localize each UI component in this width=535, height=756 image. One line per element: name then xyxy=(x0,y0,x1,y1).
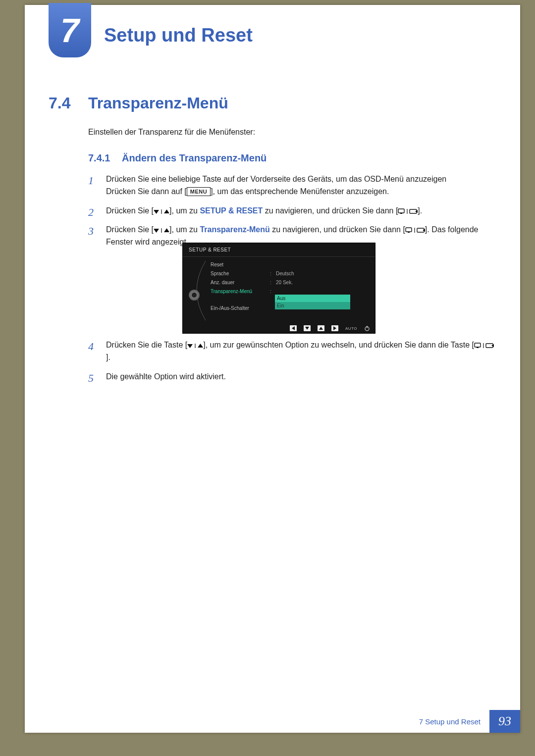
step-4-mid: ], um zur gewünschten Option zu wechseln… xyxy=(203,341,474,349)
osd-list: Reset Sprache : Deutsch Anz. dauer : 20 … xyxy=(209,257,375,322)
osd-option-selected: Aus xyxy=(275,295,350,302)
osd-down-icon xyxy=(304,325,311,331)
step-2-target: SETUP & RESET xyxy=(200,206,263,215)
osd-option: Ein xyxy=(275,302,350,309)
osd-screenshot: SETUP & RESET Reset Sprache : Deutsch An… xyxy=(182,243,375,334)
osd-label: Reset xyxy=(211,262,270,267)
section-heading: 7.4 Transparenz-Menü xyxy=(49,94,228,112)
osd-value: 20 Sek. xyxy=(276,280,293,285)
svg-marker-17 xyxy=(305,327,309,330)
page: 7 Setup und Reset 7.4 Transparenz-Menü E… xyxy=(25,5,520,733)
subsection-title: Ändern des Transparenz-Menü xyxy=(122,152,267,163)
chapter-title: Setup und Reset xyxy=(104,25,253,46)
step-2-pre: Drücken Sie [ xyxy=(106,206,154,215)
svg-marker-19 xyxy=(333,326,336,330)
svg-marker-10 xyxy=(164,228,169,232)
step-3-mid: ], um zu xyxy=(169,225,200,234)
down-up-arrow-icon xyxy=(154,209,169,214)
step-1-post: ], um das entsprechende Menüfenster anzu… xyxy=(211,187,389,196)
page-number: 93 xyxy=(489,710,520,733)
svg-marker-24 xyxy=(198,344,203,348)
step-2-mid: ], um zu xyxy=(169,206,200,215)
osd-row-anzdauer: Anz. dauer : 20 Sek. xyxy=(209,278,375,287)
svg-rect-4 xyxy=(400,213,402,214)
section-number: 7.4 xyxy=(49,94,88,112)
step-3-nav: zu navigieren, und drücken Sie dann [ xyxy=(270,225,405,234)
step-1-line1: Drücken Sie eine beliebige Taste auf der… xyxy=(106,175,446,183)
step-4-end: ]. xyxy=(106,353,110,361)
step-2-end: ]. xyxy=(418,206,422,215)
subsection-number: 7.4.1 xyxy=(88,152,110,163)
footer-label: 7 Setup und Reset xyxy=(419,711,489,732)
step-4: 4 Drücken Sie die Taste [], um zur gewün… xyxy=(88,339,494,364)
osd-dropdown: Aus Ein xyxy=(275,295,350,309)
svg-marker-8 xyxy=(154,229,159,233)
enter-source-icon xyxy=(405,227,425,233)
osd-value: Deutsch xyxy=(276,271,294,276)
osd-colon: : xyxy=(270,289,276,294)
power-icon xyxy=(364,325,370,331)
svg-marker-2 xyxy=(164,209,169,213)
chapter-badge: 7 xyxy=(49,3,91,57)
osd-header: SETUP & RESET xyxy=(183,243,375,257)
svg-rect-3 xyxy=(398,209,404,213)
svg-marker-0 xyxy=(154,210,159,214)
svg-marker-18 xyxy=(319,327,323,330)
step-2: Drücken Sie [], um zu SETUP & RESET zu n… xyxy=(88,205,494,217)
section-title: Transparenz-Menü xyxy=(88,94,228,112)
step-3-target: Transparenz-Menü xyxy=(200,225,269,234)
osd-body: Reset Sprache : Deutsch Anz. dauer : 20 … xyxy=(183,257,375,322)
intro-text: Einstellen der Transparenz für die Menüf… xyxy=(88,128,255,137)
osd-auto-label: AUTO xyxy=(345,326,357,331)
svg-rect-12 xyxy=(408,232,410,233)
osd-colon: : xyxy=(270,271,276,276)
enter-source-icon xyxy=(398,208,418,214)
down-up-arrow-icon xyxy=(187,343,203,349)
menu-icon: MENU xyxy=(187,187,211,196)
step-3-pre: Drücken Sie [ xyxy=(106,225,154,234)
osd-left-icon xyxy=(290,325,297,331)
step-1-pre: Drücken Sie dann auf [ xyxy=(106,187,187,196)
osd-footer: AUTO xyxy=(290,325,370,331)
osd-label: Ein-/Aus-Schalter xyxy=(211,305,270,311)
osd-right-icon xyxy=(331,325,338,331)
osd-label: Anz. dauer xyxy=(211,280,270,285)
osd-side xyxy=(183,257,209,322)
svg-rect-26 xyxy=(477,347,479,348)
osd-label: Sprache xyxy=(211,271,270,276)
step-4-pre: Drücken Sie die Taste [ xyxy=(106,341,187,349)
step-5: 5 Die gewählte Option wird aktiviert. xyxy=(88,371,494,383)
step-5-text: Die gewählte Option wird aktiviert. xyxy=(106,372,226,381)
osd-up-icon xyxy=(318,325,324,331)
step-2-nav: zu navigieren, und drücken Sie dann [ xyxy=(263,206,398,215)
svg-rect-11 xyxy=(406,228,412,232)
osd-label: Transparenz-Menü xyxy=(211,289,270,294)
svg-marker-22 xyxy=(187,344,193,348)
page-footer: 7 Setup und Reset 93 xyxy=(419,710,520,733)
osd-row-sprache: Sprache : Deutsch xyxy=(209,269,375,278)
step-number: 5 xyxy=(88,370,94,387)
gear-icon xyxy=(189,290,200,301)
osd-colon: : xyxy=(270,280,276,285)
step-1: Drücken Sie eine beliebige Taste auf der… xyxy=(88,173,494,198)
svg-rect-25 xyxy=(475,343,481,347)
step-list-continued: 4 Drücken Sie die Taste [], um zur gewün… xyxy=(88,339,494,390)
chapter-number: 7 xyxy=(60,11,79,50)
enter-source-icon xyxy=(474,343,494,349)
svg-marker-16 xyxy=(292,326,295,330)
down-up-arrow-icon xyxy=(154,228,169,233)
osd-row-reset: Reset xyxy=(209,260,375,269)
step-number: 4 xyxy=(88,338,94,355)
subsection-heading: 7.4.1 Ändern des Transparenz-Menü xyxy=(88,152,267,164)
